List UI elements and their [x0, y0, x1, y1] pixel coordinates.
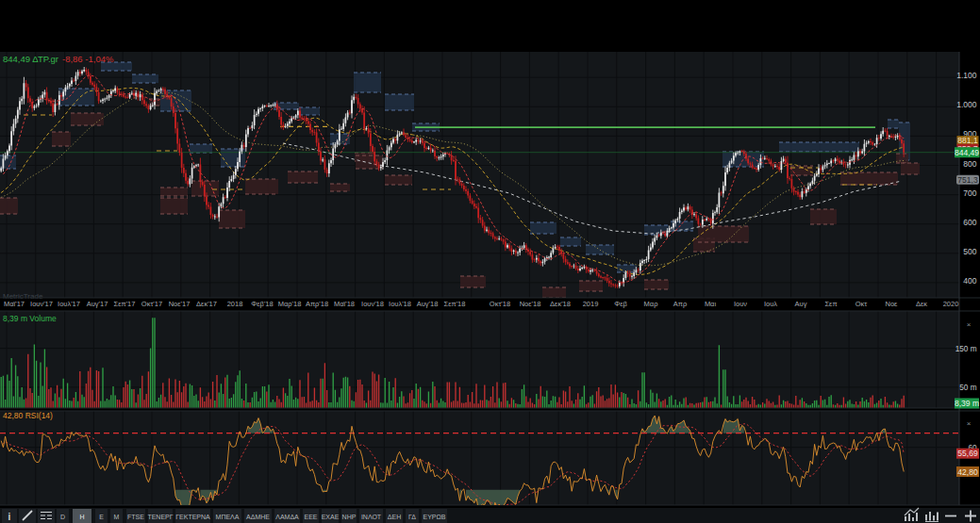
svg-text:ΛΑΜΔΑ: ΛΑΜΔΑ: [275, 514, 299, 520]
svg-text:D: D: [60, 514, 65, 520]
svg-text:500: 500: [963, 247, 976, 256]
svg-text:751,3: 751,3: [957, 175, 978, 185]
svg-text:844,49: 844,49: [955, 148, 979, 157]
svg-text:8,39 m Volume: 8,39 m Volume: [3, 314, 57, 323]
svg-text:Αυγ'17: Αυγ'17: [87, 300, 108, 308]
svg-text:Μ: Μ: [114, 514, 120, 520]
svg-text:Ιουλ'17: Ιουλ'17: [58, 300, 80, 308]
svg-text:1.100: 1.100: [956, 71, 977, 80]
svg-text:ΤΕΝΕΡΓ: ΤΕΝΕΡΓ: [147, 514, 173, 520]
svg-text:700: 700: [963, 188, 976, 198]
svg-text:2018: 2018: [227, 300, 243, 308]
svg-text:ΓΕΚΤΕΡΝΑ: ΓΕΚΤΕΡΝΑ: [175, 514, 210, 520]
svg-text:Νοε'17: Νοε'17: [169, 300, 191, 308]
svg-text:Ε: Ε: [99, 514, 104, 520]
svg-text:42,80 RSI(14): 42,80 RSI(14): [3, 411, 53, 420]
svg-text:1.000: 1.000: [956, 100, 977, 109]
svg-text:Αυγ'18: Αυγ'18: [417, 300, 439, 308]
svg-text:Μαρ: Μαρ: [644, 300, 658, 308]
svg-text:Σεπ'17: Σεπ'17: [114, 300, 136, 308]
svg-text:Ιουλ'18: Ιουλ'18: [389, 300, 411, 308]
svg-text:Απρ: Απρ: [673, 300, 687, 308]
svg-text:42,80: 42,80: [957, 467, 978, 477]
svg-text:150 m: 150 m: [955, 345, 977, 353]
svg-text:Μαϊ'18: Μαϊ'18: [334, 300, 355, 308]
svg-text:-8,86 -1,04%: -8,86 -1,04%: [62, 54, 114, 64]
svg-text:Φεβ: Φεβ: [614, 300, 627, 308]
svg-text:ΑΔΜΗΕ: ΑΔΜΗΕ: [246, 514, 270, 520]
svg-text:8,39 m: 8,39 m: [955, 399, 979, 408]
svg-text:Νοε'18: Νοε'18: [520, 300, 541, 308]
svg-text:ΕΕΕ: ΕΕΕ: [304, 514, 317, 520]
svg-text:ΜΠΕΛΑ: ΜΠΕΛΑ: [216, 514, 240, 520]
svg-text:Ιουν'18: Ιουν'18: [361, 300, 384, 308]
svg-text:Οκτ: Οκτ: [855, 300, 868, 308]
svg-text:Μαρ'18: Μαρ'18: [278, 300, 302, 308]
svg-text:ΔΕΗ: ΔΕΗ: [388, 514, 401, 520]
svg-text:Αυγ: Αυγ: [795, 300, 807, 308]
svg-text:ΝΗΡ: ΝΗΡ: [342, 514, 357, 520]
svg-text:ΓΔ: ΓΔ: [408, 514, 416, 520]
svg-text:50 m: 50 m: [959, 384, 976, 392]
svg-text:i: i: [8, 512, 11, 522]
svg-text:Δεκ: Δεκ: [916, 300, 927, 308]
svg-text:Η: Η: [79, 514, 84, 520]
svg-text:Απρ'18: Απρ'18: [306, 300, 328, 308]
svg-text:Ιουν'17: Ιουν'17: [30, 300, 53, 308]
svg-text:844,49 ΔΤΡ.gr: 844,49 ΔΤΡ.gr: [3, 54, 58, 64]
svg-text:Σεπ'18: Σεπ'18: [444, 300, 466, 308]
svg-text:ΙΝΛΟΤ: ΙΝΛΟΤ: [361, 514, 382, 520]
svg-text:×: ×: [967, 419, 972, 428]
svg-text:ΕΥΡΩΒ: ΕΥΡΩΒ: [424, 514, 446, 520]
svg-text:Δεκ'18: Δεκ'18: [550, 300, 571, 308]
svg-text:Μαϊ'17: Μαϊ'17: [4, 300, 25, 308]
svg-text:2020: 2020: [943, 300, 959, 308]
svg-text:×: ×: [967, 320, 972, 329]
svg-text:Φεβ'18: Φεβ'18: [251, 300, 273, 308]
svg-text:Σεπ: Σεπ: [824, 300, 837, 308]
svg-text:Μαι: Μαι: [705, 300, 717, 308]
svg-text:Ιουλ: Ιουλ: [764, 300, 777, 308]
svg-text:55,69: 55,69: [957, 449, 978, 458]
svg-text:400: 400: [963, 276, 976, 286]
svg-text:Νοε: Νοε: [886, 300, 899, 308]
svg-text:Οκτ'18: Οκτ'18: [490, 300, 510, 308]
svg-text:Δεκ'17: Δεκ'17: [196, 300, 217, 308]
svg-text:Οκτ'17: Οκτ'17: [141, 300, 162, 308]
svg-text:FTSE: FTSE: [127, 514, 144, 520]
svg-text:Ιουν: Ιουν: [734, 300, 747, 308]
svg-text:800: 800: [963, 159, 976, 169]
svg-text:2019: 2019: [583, 300, 599, 308]
svg-text:600: 600: [963, 218, 976, 227]
svg-text:ΕΧΑΕ: ΕΧΑΕ: [322, 514, 340, 520]
